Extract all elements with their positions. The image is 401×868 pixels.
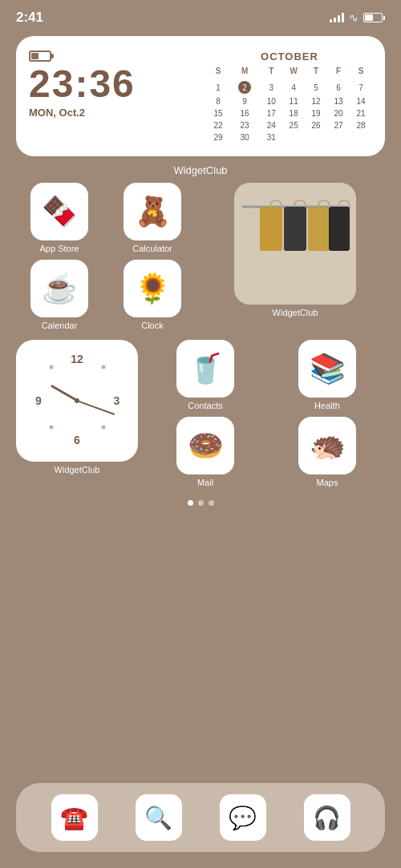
contacts-label: Contacts [188,401,222,410]
wardrobe-widget: WidgetClub [205,183,385,330]
right-grid: 🥤 Contacts 📚 Health 🍩 Mail 🦔 Maps [148,340,385,487]
app-calendar[interactable]: ☕ Calendar [16,260,103,330]
calendar-widget: OCTOBER S M T W T F S 123456789101112131… [207,50,372,143]
app-maps[interactable]: 🦔 Maps [269,417,385,487]
analog-clock-widget: 12 3 6 9 [16,340,138,462]
dock-phone[interactable]: ☎️ [51,794,98,841]
health-icon[interactable]: 📚 [298,340,356,398]
cal-day-m: M [229,66,260,76]
svg-rect-5 [329,207,350,251]
cal-day-th: T [305,66,327,76]
svg-rect-3 [284,207,306,251]
app-health[interactable]: 📚 Health [269,340,385,410]
appstore-icon[interactable]: 🍫 [30,183,88,240]
clock-calendar-widget: 23:36 MON, Oct.2 OCTOBER S M T W T F S 1… [16,36,385,156]
clock-label: Clock [141,321,164,330]
second-section: 12 3 6 9 WidgetClub 🥤 [0,340,401,487]
clock-num-3: 3 [113,394,119,407]
clock-num-12: 12 [71,353,83,365]
minute-hand [77,400,115,415]
cal-day-w: W [282,66,305,76]
calculator-icon[interactable]: 🧸 [124,183,181,240]
calculator-label: Calculator [132,244,172,253]
wifi-icon: ∿ [349,11,358,24]
wardrobe-image [234,183,356,305]
dock: ☎️ 🔍 💬 🎧 [16,783,385,852]
batt-icon [29,50,51,62]
health-label: Health [314,401,340,410]
app-grid-left: 🍫 App Store 🧸 Calculator ☕ Calendar 🌻 Cl… [16,183,196,330]
cal-day-t: T [260,66,282,76]
dot-2 [198,500,204,506]
status-bar: 2:41 ∿ [0,0,401,30]
dot-1 [188,500,193,506]
status-time: 2:41 [16,10,43,26]
svg-rect-4 [308,207,330,251]
app-grid-row1: 🍫 App Store 🧸 Calculator ☕ Calendar 🌻 Cl… [0,183,401,330]
calendar-icon[interactable]: ☕ [30,260,88,317]
clock-dot-2 [101,365,105,369]
analog-clock-face: 12 3 6 9 [25,349,129,453]
battery-icon [363,13,385,22]
signal-icon [330,13,344,22]
app-contacts[interactable]: 🥤 Contacts [148,340,263,410]
clock-num-6: 6 [74,434,80,446]
mail-label: Mail [197,478,213,487]
calendar-month: OCTOBER [207,50,372,63]
clock-app-icon[interactable]: 🌻 [124,260,181,317]
pagination [0,500,401,506]
hour-hand [50,385,77,402]
mail-icon[interactable]: 🍩 [176,417,234,474]
clock-widget-label: WidgetClub [55,465,100,474]
widgetclub-label-top: WidgetClub [0,164,401,176]
battery-widget [29,50,194,62]
cal-day-f: F [327,66,350,76]
clock-dot-4 [101,425,105,429]
clock-dot-10 [49,365,53,369]
clock-dot-8 [49,425,53,429]
app-appstore[interactable]: 🍫 App Store [16,183,103,253]
cal-day-sa: S [350,66,372,76]
app-calculator[interactable]: 🧸 Calculator [109,183,196,253]
dot-3 [209,500,214,506]
calendar-table: S M T W T F S 12345678910111213141516171… [207,66,372,143]
cal-day-s: S [207,66,229,76]
clock-center [75,398,79,403]
appstore-label: App Store [40,244,79,253]
dock-messages[interactable]: 💬 [220,794,266,841]
clock-num-9: 9 [35,394,42,407]
dock-search[interactable]: 🔍 [136,794,182,841]
big-clock: 23:36 [29,65,194,103]
maps-icon[interactable]: 🦔 [298,417,356,474]
calendar-label: Calendar [42,321,78,330]
clock-widget-left: 23:36 MON, Oct.2 [29,50,194,143]
status-icons: ∿ [330,11,385,24]
dock-music[interactable]: 🎧 [304,794,350,841]
contacts-icon[interactable]: 🥤 [176,340,234,398]
app-clock[interactable]: 🌻 Clock [109,260,196,330]
svg-rect-2 [260,207,282,251]
maps-label: Maps [317,478,338,487]
clock-widget-section: 12 3 6 9 WidgetClub [16,340,138,487]
app-mail[interactable]: 🍩 Mail [148,417,263,487]
wardrobe-label: WidgetClub [273,308,318,317]
clock-date: MON, Oct.2 [29,107,194,119]
